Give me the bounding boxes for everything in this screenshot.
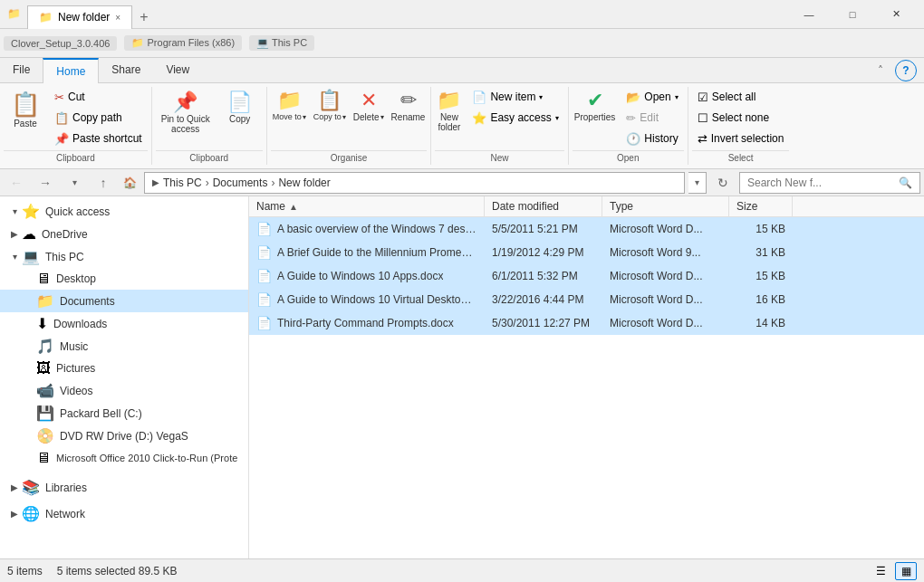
- path-new-folder[interactable]: New folder: [278, 177, 330, 189]
- ribbon-group-organise: 📁 Move to▾ 📋 Copy to▾ ✕ Delete▾ ✏ Rename: [267, 87, 432, 165]
- file-list-header: Name ▲ Date modified Type Size: [249, 196, 924, 217]
- paste-shortcut-button[interactable]: 📌 Paste shortcut: [49, 129, 148, 148]
- sidebar-item-pictures[interactable]: 🖼 Pictures: [0, 358, 248, 379]
- tab-file[interactable]: File: [0, 58, 43, 82]
- sidebar-item-libraries[interactable]: ▶ 📚 Libraries: [0, 476, 248, 499]
- file-name-4: Third-Party Command Prompts.docx: [277, 317, 454, 329]
- view-list-button[interactable]: ☰: [870, 562, 891, 580]
- search-input[interactable]: [747, 177, 895, 189]
- select-none-button[interactable]: ☐ Select none: [692, 108, 790, 128]
- clipboard-group-label: Clipboard: [4, 150, 148, 165]
- sidebar-item-network[interactable]: ▶ 🌐 Network: [0, 502, 248, 525]
- file-icon-0: 📄: [256, 222, 272, 236]
- sidebar-item-music[interactable]: 🎵 Music: [0, 335, 248, 358]
- ribbon-expand-button[interactable]: ˄: [870, 60, 891, 81]
- paste-button[interactable]: 📋 Paste: [4, 87, 47, 148]
- main-area: ▾ ⭐ Quick access ▶ ☁ OneDrive ▾ 💻 This P…: [0, 196, 924, 558]
- delete-button[interactable]: ✕ Delete▾: [351, 87, 386, 124]
- move-to-button[interactable]: 📁 Move to▾: [271, 87, 308, 123]
- open-button[interactable]: 📂 Open ▾: [621, 87, 683, 107]
- open-dropdown-icon: ▾: [675, 93, 679, 101]
- invert-selection-button[interactable]: ⇄ Invert selection: [692, 129, 790, 148]
- new-folder-button[interactable]: 📁 Newfolder: [435, 87, 463, 134]
- search-box[interactable]: 🔍: [739, 172, 920, 194]
- copy-label: Copy: [229, 114, 250, 124]
- active-tab[interactable]: 📁 New folder ×: [27, 5, 132, 29]
- desktop-icon: 🖥: [36, 271, 51, 287]
- select-all-icon: ☑: [698, 91, 708, 104]
- rename-button[interactable]: ✏ Rename: [390, 87, 428, 124]
- move-to-label: Move to▾: [273, 112, 306, 121]
- tab-view[interactable]: View: [153, 58, 202, 82]
- copy-to-button[interactable]: 📋 Copy to▾: [312, 87, 348, 123]
- tab-close-button[interactable]: ×: [115, 13, 120, 23]
- tab-share[interactable]: Share: [99, 58, 153, 82]
- forward-button[interactable]: →: [33, 172, 58, 194]
- this-pc-tab[interactable]: 💻 This PC: [249, 35, 314, 51]
- col-header-size[interactable]: Size: [729, 196, 793, 216]
- pin-label: Pin to Quickaccess: [161, 114, 210, 134]
- copy-path-button[interactable]: 📋 Copy path: [49, 108, 148, 128]
- file-row[interactable]: 📄 A Guide to Windows 10 Virtual Desktop.…: [249, 288, 924, 311]
- copy-path-label: Copy path: [72, 111, 122, 124]
- paste-icon: 📋: [11, 91, 40, 119]
- col-name-label: Name: [256, 200, 285, 213]
- file-row[interactable]: 📄 A basic overview of the Windows 7 desk…: [249, 217, 924, 241]
- refresh-button[interactable]: ↻: [710, 172, 736, 194]
- cut-label: Cut: [68, 91, 85, 103]
- file-rows: 📄 A basic overview of the Windows 7 desk…: [249, 217, 924, 558]
- file-icon-2: 📄: [256, 269, 272, 283]
- select-all-button[interactable]: ☑ Select all: [692, 87, 790, 107]
- network-expand: ▶: [7, 509, 22, 519]
- path-this-pc[interactable]: This PC: [163, 177, 202, 189]
- path-documents[interactable]: Documents: [213, 177, 268, 189]
- properties-button[interactable]: ✔ Properties: [573, 87, 618, 124]
- easy-access-button[interactable]: ⭐ Easy access ▾: [467, 108, 563, 128]
- close-button[interactable]: ✕: [875, 0, 917, 29]
- maximize-button[interactable]: □: [832, 0, 873, 29]
- pin-group-label: Clipboard: [156, 150, 263, 165]
- file-icon-4: 📄: [256, 316, 272, 330]
- new-tab-button[interactable]: +: [132, 5, 155, 29]
- col-header-name[interactable]: Name ▲: [249, 196, 485, 216]
- ribbon-body: 📋 Paste ✂ Cut 📋 Copy path 📌 Paste: [0, 83, 924, 168]
- view-detail-button[interactable]: ▦: [895, 562, 917, 580]
- cut-button[interactable]: ✂ Cut: [49, 87, 148, 107]
- address-dropdown-button[interactable]: ▾: [688, 172, 707, 194]
- file-row[interactable]: 📄 A Guide to Windows 10 Apps.docx 6/1/20…: [249, 264, 924, 288]
- edit-button[interactable]: ✏ Edit: [621, 108, 683, 128]
- minimize-button[interactable]: —: [788, 0, 830, 29]
- history-button[interactable]: 🕐 History: [621, 129, 683, 148]
- program-files-tab[interactable]: 📁 Program Files (x86): [124, 35, 242, 51]
- back-button[interactable]: ←: [4, 172, 29, 194]
- new-item-button[interactable]: 📄 New item ▾: [467, 87, 563, 107]
- copy-button[interactable]: 📄 Copy: [217, 87, 263, 128]
- tab-home[interactable]: Home: [43, 58, 99, 83]
- col-header-type[interactable]: Type: [602, 196, 729, 216]
- col-header-date[interactable]: Date modified: [485, 196, 602, 216]
- open-label: Open: [644, 91, 670, 103]
- sidebar-item-downloads[interactable]: ⬇ Downloads: [0, 312, 248, 335]
- window-controls: — □ ✕: [788, 0, 917, 29]
- sidebar-item-ms-office[interactable]: 🖥 Microsoft Office 2010 Click-to-Run (Pr…: [0, 447, 248, 469]
- clover-tab[interactable]: Clover_Setup_3.0.406: [4, 36, 117, 51]
- sidebar-item-videos[interactable]: 📹 Videos: [0, 379, 248, 402]
- pin-button[interactable]: 📌 Pin to Quickaccess: [156, 87, 216, 138]
- recent-button[interactable]: ▾: [62, 172, 87, 194]
- open-icon: 📂: [626, 91, 640, 104]
- address-box[interactable]: ▶ This PC › Documents › New folder: [144, 172, 685, 194]
- sidebar-item-this-pc[interactable]: ▾ 💻 This PC: [0, 245, 248, 268]
- sidebar-item-packard-bell[interactable]: 💾 Packard Bell (C:): [0, 402, 248, 425]
- file-row[interactable]: 📄 Third-Party Command Prompts.docx 5/30/…: [249, 311, 924, 335]
- window-icon: 📁: [7, 7, 22, 22]
- ribbon-help-button[interactable]: ?: [895, 60, 917, 81]
- sidebar-item-desktop[interactable]: 🖥 Desktop: [0, 268, 248, 290]
- file-type-0: Microsoft Word D...: [602, 221, 729, 237]
- file-row[interactable]: 📄 A Brief Guide to the Millennium Promen…: [249, 241, 924, 264]
- tab-title: New folder: [58, 11, 110, 24]
- sidebar-item-onedrive[interactable]: ▶ ☁ OneDrive: [0, 223, 248, 245]
- sidebar-item-documents[interactable]: 📁 Documents: [0, 290, 248, 312]
- sidebar-item-dvd-rw[interactable]: 📀 DVD RW Drive (D:) VegaS: [0, 425, 248, 447]
- sidebar-item-quick-access[interactable]: ▾ ⭐ Quick access: [0, 200, 248, 223]
- up-button[interactable]: ↑: [91, 172, 116, 194]
